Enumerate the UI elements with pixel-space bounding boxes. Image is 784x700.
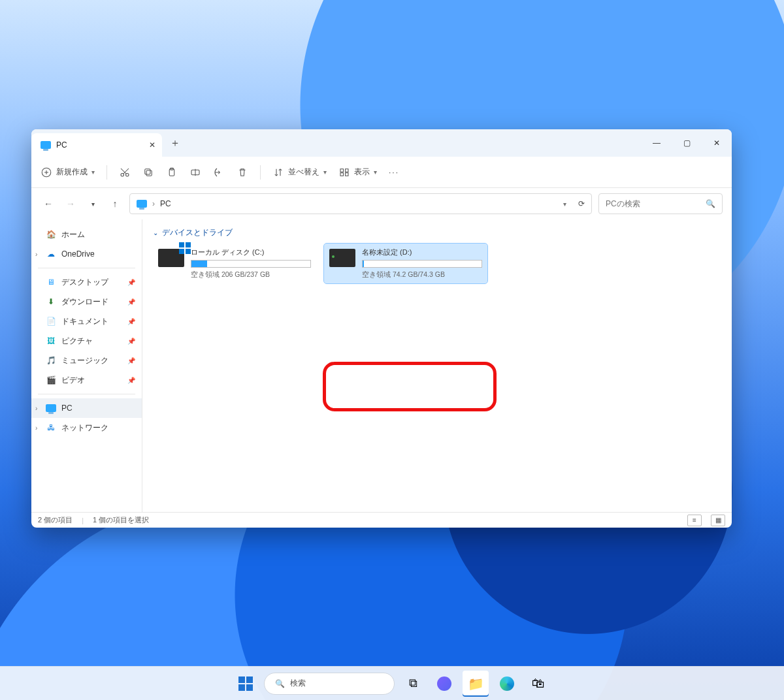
drive-icon xyxy=(329,249,355,267)
sidebar-pc[interactable]: › PC xyxy=(31,398,142,418)
new-button[interactable]: 新規作成 ▾ xyxy=(41,167,95,178)
pin-icon: 📌 xyxy=(127,279,135,286)
sidebar-label: ミュージック xyxy=(61,355,108,366)
minimize-button[interactable]: ― xyxy=(642,129,672,157)
folder-icon: 📁 xyxy=(468,676,484,692)
item-count: 2 個の項目 xyxy=(38,515,73,525)
cloud-icon: ☁ xyxy=(46,249,56,259)
sidebar-label: OneDrive xyxy=(61,249,95,259)
drive-usage-bar xyxy=(362,260,482,268)
rename-icon[interactable] xyxy=(189,167,201,178)
drive-item[interactable]: ローカル ディスク (C:)空き領域 206 GB/237 GB xyxy=(153,244,316,283)
chevron-down-icon: ▾ xyxy=(323,168,327,176)
pc-icon xyxy=(46,403,56,413)
chevron-down-icon: ⌄ xyxy=(153,229,158,236)
sidebar-label: ドキュメント xyxy=(61,316,108,327)
svg-rect-11 xyxy=(346,172,349,176)
cut-icon[interactable] xyxy=(119,167,131,178)
chevron-down-icon: ▾ xyxy=(374,168,377,176)
window-tab[interactable]: PC ✕ xyxy=(31,133,162,157)
back-button[interactable]: ← xyxy=(41,196,56,212)
sidebar-music[interactable]: 🎵 ミュージック 📌 xyxy=(31,351,142,370)
group-devices-and-drives[interactable]: ⌄ デバイスとドライブ xyxy=(153,227,721,238)
sidebar-videos[interactable]: 🎬 ビデオ 📌 xyxy=(31,370,142,390)
sidebar-home[interactable]: 🏠 ホーム xyxy=(31,225,142,244)
sidebar-pictures[interactable]: 🖼 ピクチャ 📌 xyxy=(31,331,142,351)
svg-rect-3 xyxy=(146,170,152,176)
taskbar: 🔍 検索 ⧉ 📁 🛍 xyxy=(0,666,784,700)
download-icon: ⬇ xyxy=(46,296,56,307)
task-view-button[interactable]: ⧉ xyxy=(400,671,426,697)
drive-usage-bar xyxy=(191,260,311,268)
file-explorer-button[interactable]: 📁 xyxy=(463,671,489,697)
sidebar-label: ピクチャ xyxy=(61,336,93,347)
content-pane: ⌄ デバイスとドライブ ローカル ディスク (C:)空き領域 206 GB/23… xyxy=(142,219,732,512)
taskbar-search[interactable]: 🔍 検索 xyxy=(264,673,395,695)
expand-icon[interactable]: › xyxy=(35,405,37,412)
network-icon: 🖧 xyxy=(46,422,56,433)
search-input[interactable] xyxy=(606,199,706,208)
navigation-row: ← → ▾ ↑ › PC ▾ ⟳ 🔍 xyxy=(31,188,732,219)
drive-name: ローカル ディスク (C:) xyxy=(191,247,311,257)
store-button[interactable]: 🛍 xyxy=(525,671,551,697)
sidebar-onedrive[interactable]: › ☁ OneDrive xyxy=(31,244,142,264)
sidebar-desktop[interactable]: 🖥 デスクトップ 📌 xyxy=(31,272,142,292)
address-bar[interactable]: › PC ▾ ⟳ xyxy=(129,193,592,214)
sidebar-network[interactable]: › 🖧 ネットワーク xyxy=(31,418,142,438)
home-icon: 🏠 xyxy=(46,229,56,240)
pin-icon: 📌 xyxy=(127,338,135,345)
close-window-button[interactable]: ✕ xyxy=(702,129,732,157)
chevron-down-icon[interactable]: ▾ xyxy=(563,200,566,208)
edge-icon xyxy=(500,676,514,691)
store-icon: 🛍 xyxy=(532,676,545,691)
recent-locations-button[interactable]: ▾ xyxy=(85,196,101,212)
group-title: デバイスとドライブ xyxy=(162,227,233,238)
refresh-icon[interactable]: ⟳ xyxy=(578,199,585,208)
sidebar-label: ホーム xyxy=(61,229,85,240)
desktop-icon: 🖥 xyxy=(46,277,56,287)
forward-button[interactable]: → xyxy=(63,196,78,212)
svg-rect-9 xyxy=(346,168,349,172)
status-bar: 2 個の項目 | 1 個の項目を選択 ≡ ▦ xyxy=(31,512,732,528)
more-button[interactable]: ··· xyxy=(389,168,399,177)
music-icon: 🎵 xyxy=(46,355,56,366)
navigation-pane: 🏠 ホーム › ☁ OneDrive 🖥 デスクトップ 📌 ⬇ ダウンロード 📌… xyxy=(31,219,142,512)
video-icon: 🎬 xyxy=(46,375,56,385)
sidebar-label: ネットワーク xyxy=(61,422,108,434)
tab-title: PC xyxy=(56,140,67,150)
paste-icon[interactable] xyxy=(166,167,178,178)
share-icon[interactable] xyxy=(213,167,225,178)
details-view-button[interactable]: ≡ xyxy=(687,515,702,526)
sort-button[interactable]: 並べ替え ▾ xyxy=(272,167,327,178)
sidebar-downloads[interactable]: ⬇ ダウンロード 📌 xyxy=(31,292,142,311)
sidebar-documents[interactable]: 📄 ドキュメント 📌 xyxy=(31,311,142,331)
tiles-view-button[interactable]: ▦ xyxy=(711,515,725,526)
breadcrumb-root[interactable]: PC xyxy=(160,199,171,208)
windows-logo-icon xyxy=(238,676,253,691)
edge-button[interactable] xyxy=(494,671,520,697)
maximize-button[interactable]: ▢ xyxy=(672,129,702,157)
search-box[interactable]: 🔍 xyxy=(598,193,723,214)
plus-circle-icon xyxy=(41,167,52,178)
search-icon: 🔍 xyxy=(275,679,285,688)
start-button[interactable] xyxy=(233,671,259,697)
drive-name: 名称未設定 (D:) xyxy=(362,247,482,257)
chevron-down-icon: ▾ xyxy=(91,168,95,176)
expand-icon[interactable]: › xyxy=(35,251,37,258)
delete-icon[interactable] xyxy=(237,167,248,178)
close-tab-icon[interactable]: ✕ xyxy=(149,140,155,150)
copy-icon[interactable] xyxy=(142,167,154,178)
expand-icon[interactable]: › xyxy=(35,424,37,432)
view-button[interactable]: 表示 ▾ xyxy=(338,167,377,178)
titlebar: PC ✕ ＋ ― ▢ ✕ xyxy=(31,129,732,157)
drive-item[interactable]: 名称未設定 (D:)空き領域 74.2 GB/74.3 GB xyxy=(324,244,487,283)
chat-button[interactable] xyxy=(431,671,457,697)
new-tab-button[interactable]: ＋ xyxy=(162,129,188,157)
svg-rect-10 xyxy=(340,172,344,176)
task-view-icon: ⧉ xyxy=(409,676,417,690)
file-explorer-window: PC ✕ ＋ ― ▢ ✕ 新規作成 ▾ 並べ替え ▾ xyxy=(31,129,732,528)
sidebar-label: PC xyxy=(61,404,73,413)
search-icon: 🔍 xyxy=(706,199,715,208)
up-button[interactable]: ↑ xyxy=(107,196,123,212)
pin-icon: 📌 xyxy=(127,357,135,364)
